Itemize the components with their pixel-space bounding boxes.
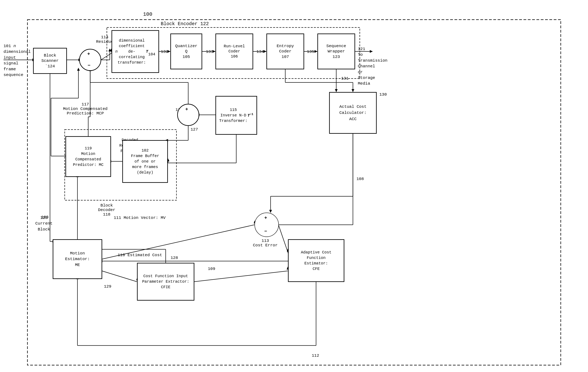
entropy-coder-box: EntropyCoder107 [267,34,304,69]
estimated-cost-label: 110 Estimated Cost [118,253,162,257]
label-130: 130 [379,92,387,97]
diagram-number: 100 [143,11,152,17]
svg-marker-36 [315,50,317,53]
sequence-wrapper-box: SequenceWrapper123 [318,34,355,69]
frame-buffer-box: 102Frame Bufferof one ormore frames(dela… [123,140,168,183]
cfe-box: Adaptive CostFunctionEstimator:CFE [288,240,344,282]
svg-marker-42 [352,89,354,92]
svg-marker-71 [77,68,80,71]
output-label: 121ToTransmissionChannelorStorageMedia [358,46,389,87]
svg-line-88 [278,225,288,253]
svg-line-79 [102,271,137,282]
block-scanner-box: BlockScanner`124 [33,48,67,74]
sum-junction-3: + − [254,213,279,237]
motion-predictor-box: 119MotionCompensatedPredictor: MC [66,136,111,177]
cfie-box: Cost Function InputParameter Extractor:C… [137,263,194,300]
label-132: 132 [161,49,168,54]
label-134: 134 [256,49,264,54]
diagram: 100 Block Encoder 122 101 n dimensional … [0,0,588,372]
block-encoder-label: Block Encoder 122 [161,21,209,26]
run-level-coder-box: Run-LevelCoder106 [216,34,253,69]
motion-estimator-box: MotionEstimator:ME [53,240,102,279]
label-128: 128 [171,256,178,260]
sum-junction-2: + [178,104,199,126]
acc-box: Actual CostCalculator:ACC [329,92,377,133]
label-133: 133 [206,49,213,54]
label-112: 112 [312,353,319,358]
cost-error-label: 113Cost Error [253,239,278,248]
mv-label: 111 Motion Vector: MV [114,216,166,220]
svg-marker-34 [263,50,266,53]
label-108: 108 [357,177,364,181]
svg-line-23 [101,53,112,60]
label-109: 109 [208,267,215,271]
svg-marker-28 [108,48,111,51]
svg-marker-48 [269,210,272,213]
label-129: 129 [104,284,111,289]
label-127: 127 [190,127,198,132]
label-131: 131 [341,76,349,81]
ndim-transformer-box: n dimensionalcoefficientde-correlatingtr… [112,30,159,73]
sum-junction-1: + − [79,49,101,71]
quantizer-box: QuantizerQ105 [171,34,202,69]
block-decoder-label: BlockDecoder118 [98,203,115,217]
svg-line-81 [194,271,288,282]
inverse-transformer-box: 115Inverse N-DTransformer:T−1 [216,96,257,134]
input-signal-label: 101 n dimensional input signal frame seq… [3,43,32,78]
mcp-label: 117Motion CompensatedPrediction: MCP [57,102,114,116]
svg-marker-44 [335,89,338,92]
current-block-label: 125CurrentBlock [35,215,52,232]
label-135: 135 [307,49,314,54]
residue-label: 114Residue [96,35,113,44]
svg-rect-0 [27,20,561,365]
